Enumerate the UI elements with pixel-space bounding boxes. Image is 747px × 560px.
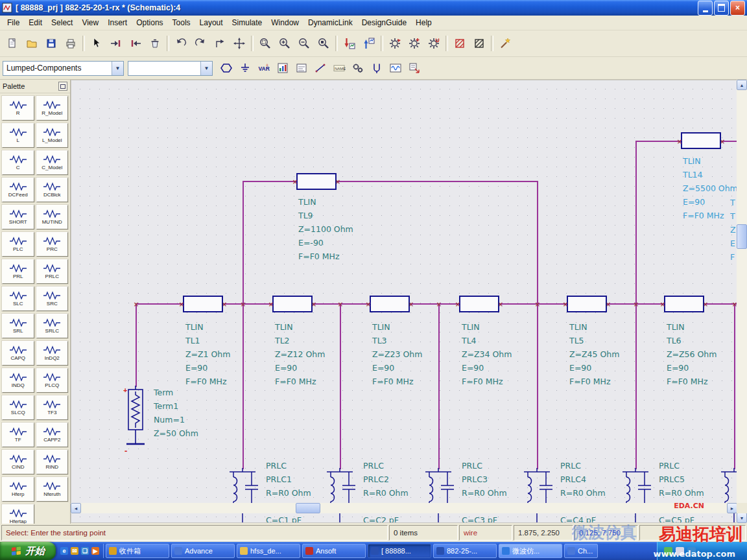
palette-item-l_model[interactable]: L_Model xyxy=(36,123,69,148)
prlc-component-labels[interactable]: PRLC PRLC2 R=R0 Ohm L=1.0 nH C=C2 pF xyxy=(363,459,409,523)
taskbar-task-button[interactable]: hfss_de... xyxy=(237,544,300,558)
maximize-button[interactable] xyxy=(714,1,729,16)
insert-pin-in-icon[interactable] xyxy=(106,34,126,53)
tlin-component-labels[interactable]: TLIN TL5 Z=Z45 Ohm E=90 F=F0 MHz xyxy=(569,320,619,388)
menu-edit[interactable]: Edit xyxy=(24,16,47,29)
scroll-up-icon[interactable]: ▲ xyxy=(737,80,747,90)
prlc-component-symbol[interactable] xyxy=(224,468,261,523)
print-icon[interactable] xyxy=(61,34,80,53)
prlc-component-symbol[interactable] xyxy=(617,468,654,523)
bridge-right-wire[interactable] xyxy=(337,181,538,182)
zoom-full-icon[interactable] xyxy=(314,34,333,53)
tlin-component-tl4[interactable] xyxy=(459,296,499,312)
term-component-labels[interactable]: Term Term1 Num=1 Z=50 Ohm xyxy=(154,386,198,440)
top-riser-wire[interactable] xyxy=(635,141,637,303)
palette-item-dcfeed[interactable]: DCFeed xyxy=(2,178,34,202)
measurement-icon[interactable] xyxy=(386,60,405,77)
palette-item-plc[interactable]: PLC xyxy=(2,232,34,257)
taskbar-task-button[interactable]: Ch... xyxy=(564,544,598,558)
data-display-icon[interactable] xyxy=(359,34,379,53)
menu-options[interactable]: Options xyxy=(132,16,167,29)
menu-dynamiclink[interactable]: DynamicLink xyxy=(303,16,357,29)
prlc-component-labels[interactable]: PRLC PRLC3 R=R0 Ohm L=1.0 nH C=C3 pF xyxy=(462,459,507,523)
component-palette-select[interactable]: Lumped-Components ▼ xyxy=(3,61,124,76)
tlin-component-tl5[interactable] xyxy=(567,296,607,312)
menu-insert[interactable]: Insert xyxy=(103,16,132,29)
tune-icon[interactable] xyxy=(385,34,405,53)
taskbar-task-button[interactable]: Advance xyxy=(171,544,235,558)
palette-item-l[interactable]: L xyxy=(2,123,34,148)
menu-layout[interactable]: Layout xyxy=(195,16,228,29)
deactivate-red-icon[interactable] xyxy=(450,34,469,53)
palette-item-slc[interactable]: SLC xyxy=(2,286,34,311)
wire-label-icon[interactable]: NAME xyxy=(329,60,348,77)
tlin-component-tl14[interactable] xyxy=(681,132,721,149)
zoom-in-icon[interactable] xyxy=(275,34,294,53)
prlc-component-labels[interactable]: PRLC PRLC5 R=R0 Ohm L=1.0 nH C=C5 pF xyxy=(659,459,704,523)
prlc-riser-wire[interactable] xyxy=(340,305,341,469)
palette-item-dcblck[interactable]: DCBlck xyxy=(36,178,69,202)
insert-pin-icon[interactable] xyxy=(217,60,235,77)
palette-item-capq[interactable]: CAPQ xyxy=(2,341,34,366)
optimize-icon[interactable] xyxy=(405,34,424,53)
menu-select[interactable]: Select xyxy=(47,16,77,29)
taskbar-task-button[interactable]: 收件箱 xyxy=(106,544,169,558)
bridge-left-riser[interactable] xyxy=(243,181,244,303)
bridge-right-riser[interactable] xyxy=(537,181,538,303)
tlin-component-tl1[interactable] xyxy=(183,296,223,312)
media-player-icon[interactable]: ▶ xyxy=(91,547,99,555)
show-desktop-icon[interactable]: ❏ xyxy=(81,547,89,555)
close-button[interactable]: × xyxy=(730,1,745,16)
palette-item-c_model[interactable]: C_Model xyxy=(36,150,69,175)
palette-item-c[interactable]: C xyxy=(2,150,34,175)
prlc-component-symbol[interactable] xyxy=(420,468,456,523)
scroll-right-icon[interactable]: ► xyxy=(727,503,737,513)
taskbar-task-button[interactable]: 微波仿... xyxy=(499,544,562,558)
prlc-component-labels[interactable]: PRLC PRLC4 R=R0 Ohm L=1.0 nH C=C4 pF xyxy=(560,459,606,523)
chevron-down-icon[interactable]: ▼ xyxy=(200,62,212,75)
prlc-component-labels[interactable]: PRLC PRLC1 R=R0 Ohm L=1.0 nH C=C1 pF xyxy=(266,459,311,523)
ground-icon[interactable] xyxy=(235,60,254,77)
tlin-component-labels[interactable]: TLIN TL2 Z=Z12 Ohm E=90 F=F0 MHz xyxy=(275,320,325,388)
chevron-down-icon[interactable]: ▼ xyxy=(112,62,123,75)
tlin-component-tl9[interactable] xyxy=(296,173,337,190)
tlin-component-labels[interactable]: TLIN TL4 Z=Z34 Ohm E=90 F=F0 MHz xyxy=(462,320,512,388)
palette-item-tf3[interactable]: TF3 xyxy=(36,395,69,420)
palette-item-r_model[interactable]: R_Model xyxy=(36,96,69,121)
tray-volume-icon[interactable] xyxy=(676,547,684,555)
menu-designguide[interactable]: DesignGuide xyxy=(357,16,411,29)
sweep-icon[interactable] xyxy=(424,34,444,53)
palette-item-r[interactable]: R xyxy=(2,96,34,121)
tlin-component-labels[interactable]: TLIN TL9 Z=1100 Ohm E=-90 F=F0 MHz xyxy=(298,195,353,263)
menu-view[interactable]: View xyxy=(77,16,103,29)
bridge-left-wire[interactable] xyxy=(243,181,296,182)
component-history-select[interactable]: ▼ xyxy=(128,61,213,76)
prlc-riser-wire[interactable] xyxy=(438,305,440,469)
prlc-component-symbol[interactable] xyxy=(519,468,555,523)
palette-item-src[interactable]: SRC xyxy=(36,286,69,311)
prlc-component-symbol[interactable] xyxy=(716,468,737,523)
palette-item-prc[interactable]: PRC xyxy=(36,232,69,257)
mail-quicklaunch-icon[interactable]: ✉ xyxy=(71,547,78,555)
palette-dock-button[interactable] xyxy=(58,82,67,91)
zoom-out-icon[interactable] xyxy=(294,34,314,53)
palette-item-rind[interactable]: RIND xyxy=(36,450,69,474)
tray-network-icon[interactable] xyxy=(687,547,696,555)
ie-quicklaunch-icon[interactable]: e xyxy=(60,547,68,555)
new-file-icon[interactable] xyxy=(3,34,22,53)
palette-item-slcq[interactable]: SLCQ xyxy=(2,395,34,420)
partial-component-labels[interactable]: T T Z E F xyxy=(730,196,736,264)
tlin-component-labels[interactable]: TLIN TL3 Z=Z23 Ohm E=90 F=F0 MHz xyxy=(372,320,422,388)
taskbar-task-button[interactable]: 882-25-... xyxy=(433,544,497,558)
prlc-component-symbol[interactable] xyxy=(322,468,358,523)
menu-simulate[interactable]: Simulate xyxy=(228,16,267,29)
wire-icon[interactable] xyxy=(311,60,329,77)
horizontal-scrollbar[interactable]: ◄ ► xyxy=(71,503,737,513)
menu-file[interactable]: File xyxy=(3,16,24,29)
taskbar-task-button[interactable]: Ansoft xyxy=(302,544,366,558)
palette-item-capp2[interactable]: CAPP2 xyxy=(36,423,69,447)
palette-item-mutind[interactable]: MUTIND xyxy=(36,205,69,229)
prlc-riser-wire[interactable] xyxy=(635,305,637,469)
dataset-icon[interactable] xyxy=(405,60,423,77)
netlist-include-icon[interactable] xyxy=(292,60,311,77)
